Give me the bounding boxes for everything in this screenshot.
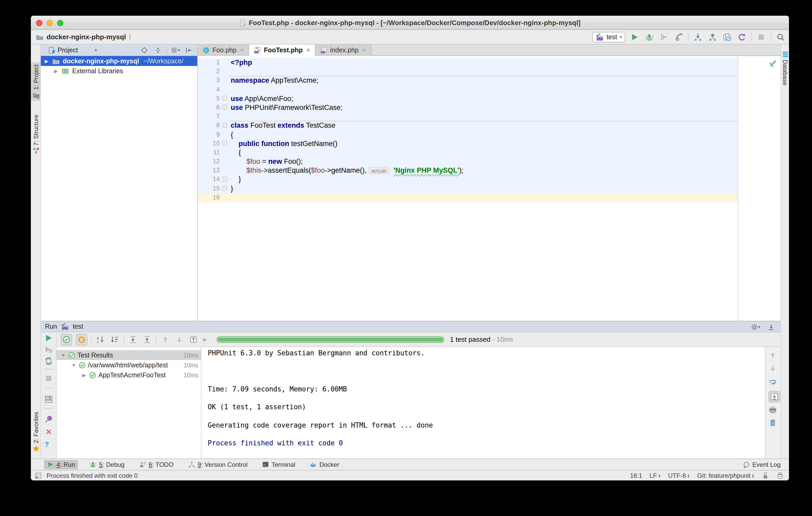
project-tree-row-root[interactable]: ▶ docker-nginx-php-mysql ~/Workspace/ [41, 56, 197, 66]
code-line[interactable]: 13 $this->assertEquals($foo->getName(), … [198, 166, 781, 175]
toolwindow-stripe-database[interactable]: Database [781, 49, 789, 87]
collapse-arrow-icon[interactable]: ▼ [71, 363, 77, 368]
toggle-auto-test-button[interactable] [45, 357, 53, 365]
chevron-down-icon[interactable]: ▾ [95, 47, 97, 53]
collapse-all-button[interactable] [142, 334, 152, 345]
attach-debugger-button[interactable] [673, 32, 684, 42]
rollback-button[interactable] [737, 32, 747, 42]
code-line[interactable]: 15−} [198, 184, 781, 193]
line-ending-widget[interactable]: LF▲▼ [649, 472, 661, 479]
down-the-stack-trace-button[interactable] [768, 364, 777, 373]
print-button[interactable] [768, 406, 777, 414]
fold-marker-icon[interactable]: − [222, 105, 227, 110]
more-actions-icon[interactable]: » [202, 336, 206, 343]
code-line[interactable]: 6−use PHPUnit\Framework\TestCase; [198, 103, 781, 112]
code-line[interactable]: 11 { [198, 148, 781, 157]
test-console-output[interactable]: PHPUnit 6.3.0 by Sebastian Bergmann and … [201, 347, 749, 458]
toolwindow-stripe-structure[interactable]: 7: Structure [31, 112, 41, 156]
project-settings-button[interactable]: ▾ [170, 45, 180, 55]
expand-arrow-icon[interactable]: ▶ [53, 68, 59, 74]
run-configuration-select[interactable]: php test ▾ [592, 32, 625, 42]
code-area[interactable]: 1<?php23namespace AppTest\Acme;45−use Ap… [198, 56, 781, 321]
show-ignored-toggle[interactable] [76, 334, 87, 345]
collapse-all-button[interactable] [153, 45, 163, 55]
project-panel-title[interactable]: Project [58, 46, 78, 54]
clear-all-button[interactable] [768, 419, 777, 427]
fold-marker-icon[interactable]: − [222, 177, 227, 181]
close-tab-icon[interactable]: ✕ [240, 48, 244, 53]
readonly-lock-icon[interactable] [762, 472, 769, 479]
code-line[interactable]: 14− } [198, 175, 781, 184]
vcs-commit-button[interactable] [707, 32, 718, 42]
stop-button[interactable] [45, 374, 53, 382]
scroll-to-end-button[interactable] [768, 391, 780, 402]
restore-layout-button[interactable] [45, 395, 53, 403]
toolwindow-button-todo[interactable]: 6: TODO [136, 460, 177, 469]
rerun-failed-tests-button[interactable]: ! [45, 345, 53, 354]
fold-marker-icon[interactable]: − [222, 141, 227, 145]
locate-file-button[interactable] [139, 45, 150, 55]
git-branch-widget[interactable]: Git: feature/phpunit▲▼ [697, 472, 754, 479]
vcs-history-button[interactable] [722, 32, 732, 42]
code-line[interactable]: 9{ [198, 130, 781, 139]
inspection-profile-icon[interactable] [776, 472, 784, 479]
rerun-button[interactable] [45, 334, 53, 342]
breadcrumb-project-name[interactable]: docker-nginx-php-mysql [47, 33, 126, 41]
test-tree-row-root[interactable]: ▼ Test Results 10ms [57, 350, 201, 360]
caret-position-widget[interactable]: 16:1 [630, 472, 642, 479]
code-line[interactable]: 3namespace AppTest\Acme; [198, 76, 781, 85]
vcs-update-button[interactable] [693, 32, 703, 42]
toolwindow-quick-access-icon[interactable] [34, 472, 42, 479]
toolwindow-button-run[interactable]: 4: Run [44, 460, 78, 469]
pin-tab-button[interactable] [45, 415, 53, 423]
run-panel-title[interactable]: Run [45, 323, 57, 330]
next-occurrence-button[interactable] [174, 334, 185, 345]
toolwindow-button-docker[interactable]: Docker [307, 460, 342, 469]
expand-arrow-icon[interactable]: ▶ [44, 58, 49, 64]
sort-alphabetically-button[interactable]: az [95, 334, 106, 345]
code-line[interactable]: 10− public function testGetName() [198, 139, 781, 148]
code-line[interactable]: 12 $foo = new Foo(); [198, 157, 781, 166]
code-line[interactable]: 16 [198, 193, 781, 202]
test-tree-row-class[interactable]: ▶ AppTest\Acme\FooTest 10ms [57, 370, 201, 380]
code-line[interactable]: 7 [198, 112, 781, 121]
encoding-widget[interactable]: UTF-8▲▼ [668, 472, 690, 479]
up-the-stack-trace-button[interactable] [768, 351, 777, 360]
toolwindow-button-version-control[interactable]: 9: Version Control [185, 460, 251, 469]
toolwindow-stripe-favorites[interactable]: 2: Favorites [31, 410, 41, 454]
show-passed-toggle[interactable] [61, 334, 72, 345]
editor-tab-foo-php[interactable]: C Foo.php ✕ [198, 45, 249, 56]
status-message[interactable]: Process finished with exit code 0 [47, 472, 138, 479]
debug-button[interactable] [644, 32, 655, 42]
toolwindow-button-debug[interactable]: 5: Debug [87, 460, 128, 469]
expand-arrow-icon[interactable]: ▶ [82, 372, 87, 378]
toolwindow-stripe-project[interactable]: 1: Project [31, 62, 41, 101]
code-line[interactable]: 8−class FooTest extends TestCase [198, 121, 781, 130]
code-line[interactable]: 4 [198, 85, 781, 94]
editor-tab-index-php[interactable]: php index.php ✕ [316, 45, 372, 56]
help-button[interactable]: ? [45, 440, 49, 449]
import-test-results-button[interactable] [188, 334, 199, 345]
close-panel-button[interactable] [45, 428, 53, 436]
previous-occurrence-button[interactable] [160, 334, 171, 345]
editor-tab-footest-php[interactable]: php FooTest.php ✕ [249, 45, 316, 56]
expand-all-button[interactable] [128, 334, 138, 345]
project-tree-row-external-libraries[interactable]: ▶ External Libraries [41, 66, 197, 76]
test-tree-row-suite[interactable]: ▼ /var/www/html/web/app/test 10ms [57, 360, 201, 370]
code-line[interactable]: 5−use App\Acme\Foo; [198, 94, 781, 103]
search-everywhere-button[interactable] [775, 32, 786, 42]
soft-wrap-button[interactable] [768, 378, 777, 387]
fold-marker-icon[interactable]: − [222, 96, 227, 101]
code-line[interactable]: 1<?php [198, 58, 781, 67]
code-line[interactable]: 2 [198, 67, 781, 76]
run-with-coverage-button[interactable] [659, 32, 669, 42]
sort-by-duration-button[interactable] [109, 334, 120, 345]
hide-panel-button[interactable] [184, 45, 194, 55]
breadcrumb[interactable]: docker-nginx-php-mysql ⟩ [36, 30, 131, 44]
toolwindow-button-terminal[interactable]: >_ Terminal [259, 460, 298, 469]
run-button[interactable] [630, 32, 640, 42]
collapse-arrow-icon[interactable]: ▼ [61, 352, 66, 358]
stop-button[interactable] [756, 32, 766, 42]
close-tab-icon[interactable]: ✕ [306, 48, 310, 53]
run-panel-settings-button[interactable]: ▾ [750, 322, 761, 332]
